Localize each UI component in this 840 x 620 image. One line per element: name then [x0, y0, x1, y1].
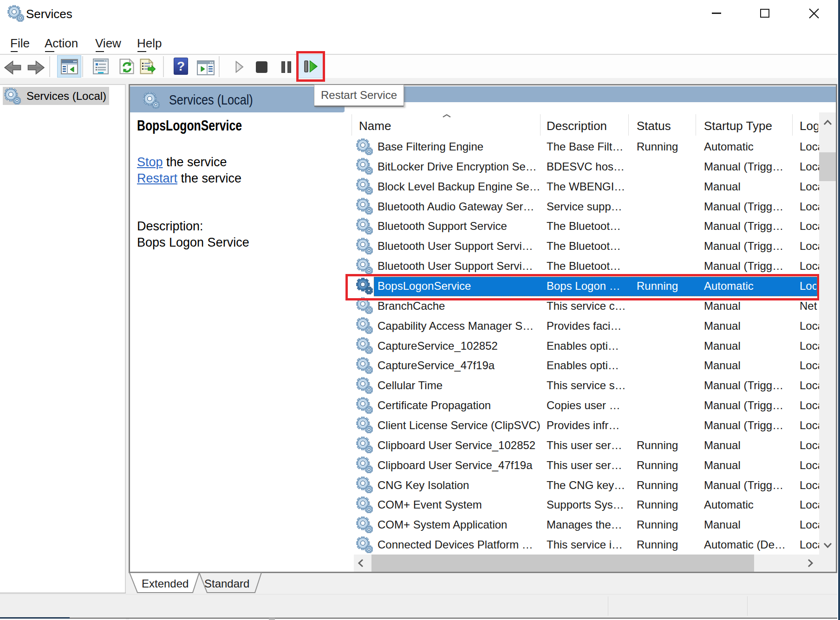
svg-text:?: ? — [177, 59, 185, 73]
